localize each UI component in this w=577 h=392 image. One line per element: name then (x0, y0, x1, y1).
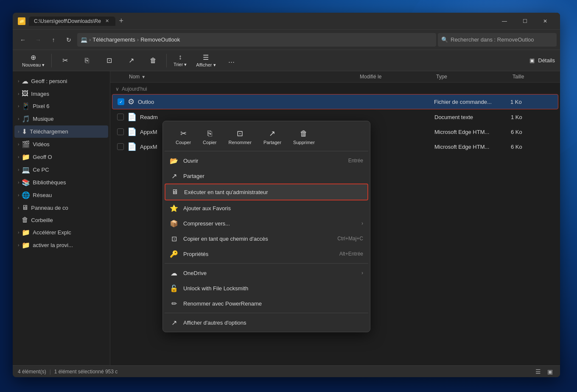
sidebar-item-libraries[interactable]: › 📚 Bibliothèques (14, 176, 108, 189)
file-checkbox[interactable] (117, 128, 124, 135)
close-button[interactable]: ✕ (535, 14, 555, 28)
sidebar-label: Geoff O (33, 154, 103, 160)
ctx-share-button[interactable]: ↗ Partager (258, 126, 287, 147)
sidebar-item-images[interactable]: › 🖼 Images (14, 88, 108, 100)
sidebar-item-this-pc[interactable]: › 💻 Ce PC (14, 164, 108, 176)
ctx-runas-label: Exécuter en tant qu'administrateur (184, 189, 362, 195)
compress-icon: 📦 (170, 219, 178, 228)
ctx-open-item[interactable]: 📂 Ouvrir Entrée (165, 153, 368, 168)
chevron-icon: › (18, 104, 19, 108)
unlock-icon: 🔓 (170, 284, 178, 292)
cmd-icon: ⚙ (128, 97, 134, 106)
ctx-rename-button[interactable]: ⊡ Renommer (222, 126, 257, 147)
copy-button[interactable]: ⎘ (76, 55, 98, 66)
file-row-outloo[interactable]: ✓ ⚙ Outloo Fichier de commande... 1 Ko (112, 94, 558, 109)
sort-label: Trier ▾ (174, 62, 187, 67)
sidebar-item-music[interactable]: › 🎵 Musique (14, 113, 108, 125)
ctx-favorites-label: Ajouter aux Favoris (183, 205, 363, 211)
file-name: Readm (140, 114, 358, 120)
ctx-properties-item[interactable]: 🔑 Propriétés Alt+Entrée (165, 246, 368, 261)
forward-button[interactable]: → (31, 33, 45, 47)
tab-close-button[interactable]: ✕ (104, 18, 110, 24)
submenu-arrow-icon: › (361, 220, 363, 226)
details-label[interactable]: Détails (538, 57, 555, 64)
column-modified[interactable]: Modifié le (360, 74, 436, 80)
recycle-icon: 🗑 (22, 216, 28, 224)
ctx-copy-path-label: Copier en tant que chemin d'accès (183, 236, 332, 242)
ctx-cut-button[interactable]: ✂ Couper (170, 126, 197, 147)
minimize-button[interactable]: — (495, 14, 514, 28)
status-count: 4 élément(s) (18, 369, 46, 375)
breadcrumb-downloads[interactable]: Téléchargements (92, 36, 135, 43)
file-checkbox[interactable]: ✓ (118, 98, 124, 105)
ctx-onedrive-item[interactable]: ☁ OneDrive › (165, 265, 368, 281)
rename-button[interactable]: ⊡ (98, 55, 120, 66)
column-name[interactable]: Nom ▼ (129, 74, 360, 80)
ctx-more-options-item[interactable]: ↗ Afficher d'autres d'options (165, 315, 368, 330)
file-checkbox[interactable] (117, 143, 124, 150)
more-button[interactable]: … (221, 55, 242, 66)
back-button[interactable]: ← (16, 33, 30, 47)
ctx-copy-path-shortcut: Ctrl+Maj+C (337, 236, 363, 242)
ctx-separator-1 (165, 263, 368, 264)
chevron-icon: › (18, 92, 19, 96)
column-type[interactable]: Type (436, 74, 513, 80)
ctx-favorites-item[interactable]: ⭐ Ajouter aux Favoris (165, 200, 368, 216)
breadcrumb-folder[interactable]: RemoveOutlook (140, 36, 180, 43)
ctx-copy-path-item[interactable]: ⊡ Copier en tant que chemin d'accès Ctrl… (165, 231, 368, 246)
breadcrumb[interactable]: 💻 › Téléchargements › RemoveOutlook (77, 33, 436, 47)
rename-icon: ⊡ (106, 56, 112, 64)
sort-button[interactable]: ↕ Trier ▾ (169, 52, 191, 69)
new-button[interactable]: ⊕ Nouveau ▾ (18, 52, 49, 70)
ctx-properties-label: Propriétés (183, 251, 334, 257)
file-size: 6 Ko (511, 129, 553, 135)
sidebar-item-downloads[interactable]: › ⬇ Téléchargemen (14, 125, 108, 138)
file-checkbox[interactable] (117, 114, 124, 120)
sidebar-item-control-panel[interactable]: › 🖥 Panneau de co (14, 202, 108, 214)
search-bar[interactable]: 🔍 Rechercher dans : RemoveOutloo (438, 33, 557, 47)
delete-button[interactable]: 🗑 (143, 55, 164, 66)
refresh-button[interactable]: ↻ (62, 33, 76, 47)
sidebar-item-recycle[interactable]: › 🗑 Corbeille (14, 214, 108, 226)
up-button[interactable]: ↑ (47, 33, 60, 47)
list-view-button[interactable]: ☰ (533, 367, 543, 377)
sidebar-item-geoff-o[interactable]: › 📁 Geoff O (14, 151, 108, 163)
ctx-delete-button[interactable]: 🗑 Supprimer (287, 127, 321, 147)
sidebar-item-pixel[interactable]: › 📱 Pixel 6 (14, 100, 108, 112)
ctx-runas-item[interactable]: 🖥 Exécuter en tant qu'administrateur (165, 183, 368, 200)
details-view-button[interactable]: ▣ (545, 367, 555, 377)
sidebar-item-network[interactable]: › 🌐 Réseau (14, 189, 108, 201)
powerrename-icon: ✏ (170, 299, 178, 308)
sidebar-item-accelerate[interactable]: › 📁 Accélérer Explc (14, 226, 108, 239)
chevron-icon: › (18, 129, 19, 134)
view-button[interactable]: ☰ Afficher ▾ (192, 52, 220, 70)
chevron-icon: › (18, 206, 19, 210)
window-icon: 📁 (18, 17, 25, 25)
toolbar: ⊕ Nouveau ▾ ✂ ⎘ ⊡ ↗ 🗑 ↕ Trier ▾ ☰ Affich… (13, 50, 560, 71)
ctx-compress-item[interactable]: 📦 Compresser vers... › (165, 216, 368, 231)
ctx-copy-button[interactable]: ⎘ Copier (197, 127, 222, 147)
ctx-onedrive-label: OneDrive (183, 270, 356, 276)
ctx-share-item[interactable]: ↗ Partager (165, 168, 368, 183)
ctx-powerrename-label: Renommer avec PowerRename (183, 300, 363, 307)
music-icon: 🎵 (22, 115, 30, 123)
chevron-icon: › (18, 117, 19, 121)
sidebar-item-activer[interactable]: › 📁 activer la provi... (14, 239, 108, 251)
cut-button[interactable]: ✂ (54, 55, 76, 66)
ctx-unlock-item[interactable]: 🔓 Unlock with File Locksmith (165, 281, 368, 296)
ctx-powerrename-item[interactable]: ✏ Renommer avec PowerRename (165, 296, 368, 311)
sidebar-item-geoff[interactable]: › ☁ Geoff : personi (14, 75, 108, 87)
window-tab[interactable]: C:\Users\geoff\Downloads\Re ✕ (29, 17, 115, 26)
sidebar: › ☁ Geoff : personi › 🖼 Images › 📱 Pixel… (13, 71, 110, 365)
ctx-separator-2 (165, 313, 368, 313)
file-size: 1 Ko (511, 114, 553, 120)
share-button[interactable]: ↗ (120, 55, 142, 66)
file-type: Microsoft Edge HTM... (434, 144, 511, 150)
column-size[interactable]: Taille (513, 74, 555, 80)
more-icon: … (228, 57, 235, 64)
share-icon: ↗ (170, 172, 178, 180)
group-collapse-icon[interactable]: ∨ (115, 86, 119, 92)
sidebar-item-videos[interactable]: › 🎬 Vidéos (14, 138, 108, 150)
restore-button[interactable]: ☐ (515, 14, 535, 28)
new-tab-button[interactable]: + (115, 15, 127, 27)
